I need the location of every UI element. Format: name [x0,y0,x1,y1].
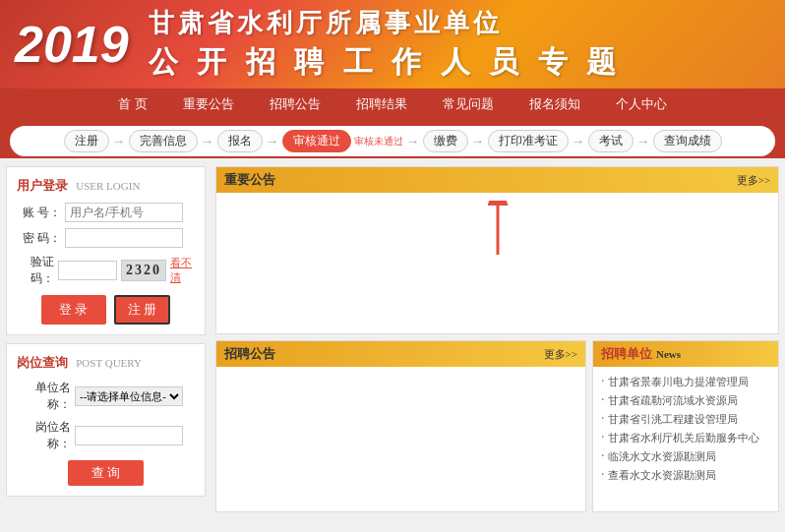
step-print: 打印准考证 [488,130,569,152]
main-content: 用户登录 USER LOGIN 账 号： 密 码： 验证码： 2320 看不清 [0,158,785,520]
captcha-refresh[interactable]: 看不清 [170,256,195,285]
register-button[interactable]: 注 册 [114,295,171,325]
login-title: 用户登录 USER LOGIN [17,177,195,195]
news-content: 甘肃省景泰川电力提灌管理局 甘肃省疏勒河流域水资源局 甘肃省引洮工程建设管理局 … [593,367,778,491]
recruit-header: 招聘公告 更多>> [216,341,585,367]
step-arrow-3: → [266,134,279,149]
news-item-6[interactable]: 查看水文水资源勘测局 [601,466,770,485]
nav-apply-notice[interactable]: 报名须知 [512,89,598,120]
header-year: 2019 [15,15,129,74]
step-arrow-4: → [406,134,420,149]
step-score: 查询成绩 [653,130,722,152]
post-row: 岗位名称： [17,419,195,452]
unit-select[interactable]: --请选择单位信息-- [75,386,183,406]
post-input[interactable] [75,426,183,445]
step-complete: 完善信息 [129,130,198,152]
account-input[interactable] [65,203,183,222]
header-title-line2: 公 开 招 聘 工 作 人 员 专 题 [149,42,623,83]
stepbar: 注册 → 完善信息 → 报名 → 审核通过 审核未通过 → 缴费 → 打印准考证… [0,120,785,158]
up-arrow-icon [478,201,517,260]
login-title-en: USER LOGIN [76,180,140,192]
news-title: 招聘单位 [601,345,652,363]
recruit-more[interactable]: 更多>> [544,347,577,362]
unit-row: 单位名称： --请选择单位信息-- [17,380,195,413]
login-title-cn: 用户登录 [17,178,68,193]
captcha-image[interactable]: 2320 [121,260,166,281]
notice-header: 重要公告 更多>> [216,167,778,193]
step-register-btn[interactable]: 注册 [64,130,109,152]
query-title-cn: 岗位查询 [17,355,68,370]
password-label: 密 码： [17,230,61,247]
step-review: 审核通过 审核未通过 [282,130,403,152]
nav-user-center[interactable]: 个人中心 [598,89,685,120]
step-complete-btn[interactable]: 完善信息 [129,130,198,152]
query-title-en: POST QUERY [76,357,142,369]
news-box: 招聘单位 News 甘肃省景泰川电力提灌管理局 甘肃省疏勒河流域水资源局 甘肃省… [592,340,779,512]
captcha-input[interactable] [58,261,117,280]
news-item-5[interactable]: 临洮水文水资源勘测局 [601,447,770,466]
step-pay: 缴费 [423,130,468,152]
news-item-1[interactable]: 甘肃省景泰川电力提灌管理局 [601,373,770,391]
captcha-group: 2320 看不清 [58,256,195,285]
nav-recruit-result[interactable]: 招聘结果 [338,89,425,120]
nav-faq[interactable]: 常见问题 [425,89,512,120]
login-button[interactable]: 登 录 [41,295,106,325]
step-print-btn[interactable]: 打印准考证 [488,130,569,152]
header: 2019 甘肃省水利厅所属事业单位 公 开 招 聘 工 作 人 员 专 题 [0,0,785,89]
account-row: 账 号： [17,203,195,222]
step-exam-btn[interactable]: 考试 [588,130,634,152]
query-title: 岗位查询 POST QUERY [17,354,195,372]
password-row: 密 码： [17,228,195,248]
notice-content [216,193,778,291]
captcha-row: 验证码： 2320 看不清 [17,254,195,287]
notice-more[interactable]: 更多>> [737,173,770,188]
stepbar-inner: 注册 → 完善信息 → 报名 → 审核通过 审核未通过 → 缴费 → 打印准考证… [10,126,775,156]
step-arrow-5: → [471,134,485,149]
step-arrow-1: → [112,134,126,149]
recruit-title: 招聘公告 [224,345,275,363]
nav-recruit-notice[interactable]: 招聘公告 [252,89,338,120]
step-review-label: 审核未通过 [354,136,403,147]
step-arrow-6: → [572,134,585,149]
step-apply-btn[interactable]: 报名 [217,130,263,152]
news-item-2[interactable]: 甘肃省疏勒河流域水资源局 [601,391,770,410]
captcha-value: 2320 [126,263,161,278]
post-label: 岗位名称： [17,419,71,452]
news-item-4[interactable]: 甘肃省水利厅机关后勤服务中心 [601,429,770,447]
step-score-btn[interactable]: 查询成绩 [653,130,722,152]
login-btn-row: 登 录 注 册 [17,295,195,325]
notice-box: 重要公告 更多>> [215,166,779,334]
password-input[interactable] [65,228,183,248]
step-arrow-2: → [201,134,214,149]
step-arrow-7: → [636,134,650,149]
step-apply: 报名 [217,130,263,152]
step-register: 注册 [64,130,109,152]
account-label: 账 号： [17,205,61,221]
step-review-btn[interactable]: 审核通过 [282,130,351,152]
notice-arrow-annotation [478,201,517,260]
news-item-3[interactable]: 甘肃省引洮工程建设管理局 [601,410,770,429]
header-title-line1: 甘肃省水利厅所属事业单位 [149,6,623,40]
query-box: 岗位查询 POST QUERY 单位名称： --请选择单位信息-- 岗位名称： … [6,343,206,497]
query-button[interactable]: 查 询 [68,460,145,486]
left-panel: 用户登录 USER LOGIN 账 号： 密 码： 验证码： 2320 看不清 [0,158,211,520]
bottom-row: 招聘公告 更多>> 招聘单位 News 甘肃省景泰川电力提灌管理局 甘肃省疏勒河… [215,340,779,512]
news-header: 招聘单位 News [593,341,778,367]
header-title: 甘肃省水利厅所属事业单位 公 开 招 聘 工 作 人 员 专 题 [149,6,623,83]
step-exam: 考试 [588,130,634,152]
login-box: 用户登录 USER LOGIN 账 号： 密 码： 验证码： 2320 看不清 [6,166,206,335]
nav-bar: 首 页 重要公告 招聘公告 招聘结果 常见问题 报名须知 个人中心 [0,89,785,120]
nav-important-notice[interactable]: 重要公告 [165,89,252,120]
news-subtitle: News [656,348,681,360]
right-area: 重要公告 更多>> [211,158,785,520]
unit-label: 单位名称： [17,380,71,413]
recruit-content [216,367,585,379]
nav-home[interactable]: 首 页 [100,89,164,120]
notice-title: 重要公告 [224,171,275,189]
recruit-box: 招聘公告 更多>> [215,340,586,512]
step-pay-btn[interactable]: 缴费 [423,130,468,152]
captcha-label: 验证码： [17,254,54,287]
